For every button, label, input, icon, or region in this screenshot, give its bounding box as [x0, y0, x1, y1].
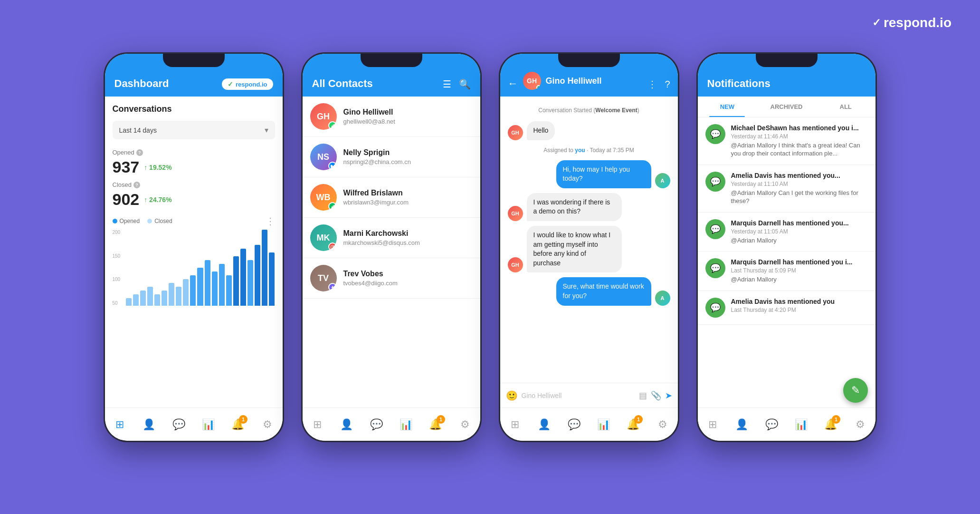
nav3-notification-badge: 1: [634, 415, 643, 424]
closed-value: 902 ↑ 24.76%: [113, 190, 275, 209]
notif-item-3[interactable]: 💬 Marquis Darnell has mentioned you i...…: [698, 252, 875, 291]
contact-item-0[interactable]: GH ✓ Gino Helliwell ghelliwell0@a8.net: [303, 97, 480, 137]
contacts-header-icons: ☰ 🔍: [443, 78, 471, 90]
chat-contact-name: Gino Helliwell: [546, 76, 602, 86]
template-icon[interactable]: ▤: [639, 390, 647, 401]
tab-new[interactable]: NEW: [698, 97, 757, 117]
notif-time-4: Last Thursday at 4:20 PM: [731, 307, 868, 313]
nav2-settings[interactable]: ⚙: [455, 414, 476, 435]
nav2-dashboard[interactable]: ⊞: [307, 414, 328, 435]
chat-msg-demo: GH I was wondering if there is a demo on…: [508, 193, 670, 221]
chat-contact-info: GH Gino Helliwell: [523, 72, 648, 90]
contact-item-4[interactable]: TV ✦ Trev Vobes tvobes4@diigo.com: [303, 258, 480, 299]
notif-item-2[interactable]: 💬 Marquis Darnell has mentioned you... Y…: [698, 213, 875, 252]
chart-area: 200 150 100 50: [113, 230, 275, 306]
nav2-notifications[interactable]: 🔔 1: [425, 414, 446, 435]
chart-legend: Opened Closed ⋮: [113, 215, 275, 227]
stats-icon: 📊: [202, 418, 215, 431]
contact-name-0: Gino Helliwell: [343, 108, 473, 116]
nav-dashboard[interactable]: ⊞: [109, 414, 130, 435]
nav3-chat[interactable]: 💬: [563, 414, 584, 435]
phone1-nav: ⊞ 👤 💬 📊 🔔 1 ⚙: [105, 407, 283, 441]
chart-more-icon[interactable]: ⋮: [266, 215, 275, 227]
fab-compose-button[interactable]: ✎: [843, 378, 868, 403]
bubble-hello: Hello: [527, 121, 555, 140]
notif-icon-4: 💬: [705, 298, 725, 318]
tab-all[interactable]: ALL: [816, 97, 875, 117]
nav3-stats-icon: 📊: [597, 418, 610, 431]
badge-text: respond.io: [236, 81, 267, 88]
dashboard-icon: ⊞: [115, 418, 124, 431]
notif-desc-1: @Adrian Mallory Can I get the working fi…: [731, 189, 868, 205]
phone4-nav: ⊞ 👤 💬 📊 🔔 1 ⚙: [698, 407, 875, 441]
chart-bar-13: [219, 264, 225, 306]
contact-email-4: tvobes4@diigo.com: [343, 280, 473, 287]
notif-time-2: Yesterday at 11:05 AM: [731, 228, 868, 235]
notif-item-1[interactable]: 💬 Amelia Davis has mentioned you... Yest…: [698, 165, 875, 213]
date-filter-dropdown[interactable]: Last 14 days ▾: [113, 121, 275, 139]
chat-input[interactable]: Gino Helliwell: [522, 392, 635, 399]
phone1-body: Conversations Last 14 days ▾ Opened ? 93…: [105, 97, 283, 407]
nav-chat[interactable]: 💬: [168, 414, 189, 435]
emoji-icon[interactable]: 🙂: [506, 390, 518, 401]
send-button[interactable]: ➤: [665, 390, 672, 401]
nav3-contacts[interactable]: 👤: [534, 414, 555, 435]
back-button[interactable]: ←: [508, 78, 518, 90]
chat-system-event: Conversation Started (Welcome Event): [508, 104, 670, 116]
notif-time-1: Yesterday at 11:10 AM: [731, 181, 868, 187]
more-options-icon[interactable]: ⋮: [647, 78, 657, 90]
nav2-contacts[interactable]: 👤: [336, 414, 357, 435]
notif-desc-0: @Adrian Mallory I think that's a great i…: [731, 142, 868, 158]
search-icon[interactable]: 🔍: [459, 78, 471, 90]
opened-stat: Opened ? 937 ↑ 19.52%: [113, 149, 275, 176]
phone2-screen: All Contacts ☰ 🔍 GH ✓ Gino Helliwell ghe…: [303, 54, 480, 441]
contact-avatar-0: GH ✓: [310, 103, 337, 130]
nav3-notifications[interactable]: 🔔 1: [623, 414, 644, 435]
badge-check-icon: ✓: [228, 80, 233, 88]
nav4-settings[interactable]: ⚙: [850, 414, 871, 435]
nav-notifications-1[interactable]: 🔔 1: [228, 414, 248, 435]
assigned-message: Assigned to you · Today at 7:35 PM: [508, 145, 670, 155]
attachment-icon[interactable]: 📎: [651, 390, 661, 401]
dashboard-badge: ✓ respond.io: [222, 78, 273, 90]
nav3-dashboard[interactable]: ⊞: [504, 414, 525, 435]
nav2-stats[interactable]: 📊: [396, 414, 417, 435]
nav3-settings[interactable]: ⚙: [652, 414, 673, 435]
help-icon[interactable]: ?: [665, 79, 670, 90]
notif-item-0[interactable]: 💬 Michael DeShawn has mentioned you i...…: [698, 117, 875, 165]
contact-item-1[interactable]: NS ▶ Nelly Sprigin nspringi2@china.com.c…: [303, 137, 480, 177]
filter-icon[interactable]: ☰: [443, 78, 451, 90]
assigned-highlight: you: [575, 147, 585, 154]
notif-content-2: Marquis Darnell has mentioned you... Yes…: [731, 219, 868, 245]
phone-dashboard: Dashboard ✓ respond.io Conversations Las…: [104, 52, 284, 442]
tab-archived[interactable]: ARCHIVED: [757, 97, 816, 117]
nav-settings-1[interactable]: ⚙: [257, 414, 278, 435]
nav2-stats-icon: 📊: [400, 418, 412, 431]
notif-item-4[interactable]: 💬 Amelia Davis has mentioned you Last Th…: [698, 291, 875, 325]
bubble-demo: I was wondering if there is a demo on th…: [527, 193, 622, 221]
nav4-chat[interactable]: 💬: [761, 414, 782, 435]
contact-item-2[interactable]: WB ✓ Wilfred Brislawn wbrislawn3@imgur.c…: [303, 177, 480, 218]
chat-msg-hi: A Hi, how may I help you today?: [508, 160, 670, 188]
contact-avatar-1: NS ▶: [310, 144, 337, 170]
nav2-chat[interactable]: 💬: [366, 414, 387, 435]
chart-bar-11: [205, 260, 210, 306]
nav-stats[interactable]: 📊: [198, 414, 219, 435]
phone1-notch: [163, 54, 225, 67]
nav4-contacts[interactable]: 👤: [732, 414, 752, 435]
nav3-stats[interactable]: 📊: [593, 414, 614, 435]
contact-item-3[interactable]: MK @ Marni Karchowski mkarchowski5@disqu…: [303, 218, 480, 258]
contact-info-4: Trev Vobes tvobes4@diigo.com: [343, 270, 473, 287]
phone3-nav: ⊞ 👤 💬 📊 🔔 1 ⚙: [500, 407, 678, 441]
contact-info-1: Nelly Sprigin nspringi2@china.com.cn: [343, 148, 473, 165]
nav-contacts[interactable]: 👤: [139, 414, 160, 435]
notif-desc-2: @Adrian Mallory: [731, 237, 868, 245]
nav4-notifications[interactable]: 🔔 1: [820, 414, 841, 435]
nav4-dashboard[interactable]: ⊞: [702, 414, 723, 435]
chat-msg-sure: A Sure, what time would work for you?: [508, 277, 670, 305]
logo-check-icon: ✓: [872, 17, 881, 29]
contact-email-0: ghelliwell0@a8.net: [343, 118, 473, 125]
date-filter-value: Last 14 days: [119, 126, 157, 134]
nav4-stats[interactable]: 📊: [791, 414, 812, 435]
contact-avatar-4: TV ✦: [310, 265, 337, 291]
